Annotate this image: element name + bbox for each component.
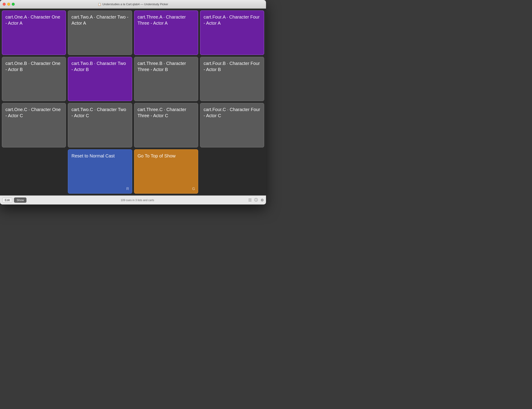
cell-label-cart-one-a: cart.One.A · Character One - Actor A: [5, 14, 62, 26]
cell-hotkey-reset-cast: R: [126, 187, 129, 191]
cell-label-reset-cast: Reset to Normal Cast: [72, 153, 128, 159]
window-title: 📋 Understudies a la Cart.qlab4 — Underst…: [98, 2, 168, 6]
grid-cell-cart-two-c[interactable]: cart.Two.C · Character Two - Actor C: [68, 103, 132, 148]
title-icon: 📋: [98, 3, 101, 6]
grid-cell-goto-top[interactable]: Go To Top of ShowG: [134, 149, 198, 194]
bottom-bar: Edit Show 109 cues in 3 lists and carts …: [0, 195, 266, 204]
window-controls: [3, 3, 15, 6]
settings-icon[interactable]: ⚙: [261, 198, 264, 202]
grid-cell-cart-three-a[interactable]: cart.Three.A · Character Three - Actor A: [134, 10, 198, 55]
info-icon[interactable]: ⓘ: [254, 198, 258, 203]
grid-cell-cart-four-c[interactable]: cart.Four.C · Character Four - Actor C: [200, 103, 264, 148]
list-icon[interactable]: ☷: [248, 198, 252, 202]
status-text: 109 cues in 3 lists and carts: [28, 199, 247, 202]
grid-cell-reset-cast[interactable]: Reset to Normal CastR: [68, 149, 132, 194]
cell-label-cart-three-a: cart.Three.A · Character Three - Actor A: [138, 14, 195, 26]
cell-label-cart-one-b: cart.One.B · Character One - Actor B: [5, 60, 62, 73]
cell-label-cart-two-b: cart.Two.B · Character Two - Actor B: [72, 60, 128, 73]
grid-cell-cart-one-b[interactable]: cart.One.B · Character One - Actor B: [2, 57, 66, 101]
cue-grid: cart.One.A · Character One - Actor Acart…: [0, 9, 266, 195]
maximize-button[interactable]: [12, 3, 15, 6]
grid-cell-cart-three-b[interactable]: cart.Three.B · Character Three - Actor B: [134, 57, 198, 101]
cell-hotkey-goto-top: G: [192, 187, 195, 191]
cell-label-goto-top: Go To Top of Show: [138, 153, 195, 159]
grid-cell-cart-one-c[interactable]: cart.One.C · Character One - Actor C: [2, 103, 66, 148]
edit-button[interactable]: Edit: [2, 197, 12, 203]
show-button[interactable]: Show: [14, 197, 27, 203]
minimize-button[interactable]: [7, 3, 10, 6]
cell-label-cart-four-c: cart.Four.C · Character Four - Actor C: [204, 107, 261, 119]
cell-label-cart-one-c: cart.One.C · Character One - Actor C: [5, 107, 62, 119]
grid-cell-cart-two-b[interactable]: cart.Two.B · Character Two - Actor B: [68, 57, 132, 101]
cell-label-cart-three-c: cart.Three.C · Character Three - Actor C: [138, 107, 195, 119]
cell-label-cart-three-b: cart.Three.B · Character Three - Actor B: [138, 60, 195, 73]
grid-cell-cart-four-b[interactable]: cart.Four.B · Character Four - Actor B: [200, 57, 264, 101]
cell-label-cart-four-b: cart.Four.B · Character Four - Actor B: [204, 60, 261, 73]
cell-label-cart-two-a: cart.Two.A · Character Two - Actor A: [72, 14, 128, 26]
grid-cell-cart-three-c[interactable]: cart.Three.C · Character Three - Actor C: [134, 103, 198, 148]
cell-label-cart-four-a: cart.Four.A · Character Four - Actor A: [204, 14, 261, 26]
grid-cell-cart-one-a[interactable]: cart.One.A · Character One - Actor A: [2, 10, 66, 55]
close-button[interactable]: [3, 3, 6, 6]
grid-cell-cart-four-a[interactable]: cart.Four.A · Character Four - Actor A: [200, 10, 264, 55]
grid-cell-cart-two-a[interactable]: cart.Two.A · Character Two - Actor A: [68, 10, 132, 55]
grid-cell-empty-1: [2, 149, 66, 194]
cell-label-cart-two-c: cart.Two.C · Character Two - Actor C: [72, 107, 128, 119]
title-bar: 📋 Understudies a la Cart.qlab4 — Underst…: [0, 0, 266, 9]
grid-cell-empty-2: [200, 149, 264, 194]
bottom-icons: ☷ ⓘ ⚙: [248, 198, 264, 203]
